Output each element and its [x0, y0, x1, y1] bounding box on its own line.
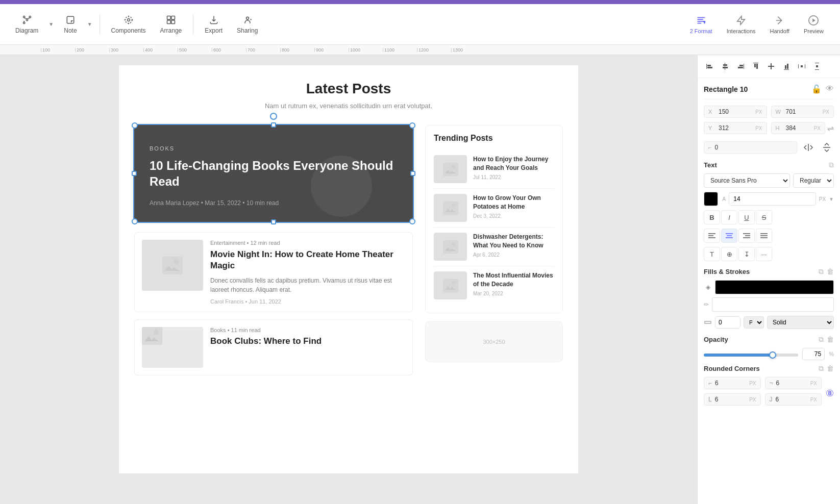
dim-w-input[interactable] — [786, 108, 820, 115]
stroke-edit-icon[interactable]: ✏ — [704, 301, 709, 308]
dim-h-input[interactable] — [786, 124, 811, 132]
fills-delete-icon[interactable]: 🗑 — [827, 267, 834, 276]
dim-link-icon[interactable]: ⇌ — [827, 123, 834, 133]
toolbar-sharing[interactable]: Sharing — [232, 12, 263, 37]
fills-copy-icon[interactable]: ⧉ — [819, 267, 824, 276]
dim-w: W PX — [771, 106, 834, 118]
handle-mr[interactable] — [410, 171, 415, 176]
svg-rect-48 — [785, 65, 786, 69]
distribute-h[interactable] — [795, 59, 809, 73]
dim-x-input[interactable] — [719, 108, 752, 115]
fill-color-swatch[interactable] — [715, 280, 834, 294]
flip-h-btn[interactable] — [801, 140, 816, 155]
opacity-slider[interactable] — [704, 354, 798, 357]
font-color-swatch[interactable] — [704, 192, 718, 206]
align-vert-middle[interactable]: ⊕ — [721, 247, 737, 261]
toolbar-note-dropdown[interactable]: ▼ — [86, 18, 93, 30]
stroke-align-icon — [704, 318, 712, 326]
corners-delete-icon[interactable]: 🗑 — [827, 364, 834, 373]
ruler-1200: 1200 — [417, 48, 451, 52]
align-bottom-edge[interactable] — [779, 59, 794, 73]
svg-point-22 — [174, 259, 179, 264]
corner-br-input[interactable] — [776, 396, 807, 403]
corner-br-unit: PX — [810, 397, 817, 402]
align-text-center[interactable] — [721, 229, 737, 243]
underline-button[interactable]: U — [738, 210, 755, 224]
toolbar-diagram[interactable]: Diagram — [10, 12, 43, 37]
corner-tr: ¬ PX — [765, 377, 822, 389]
toolbar-arrange[interactable]: Arrange — [155, 12, 187, 37]
blog-mockup: Latest Posts Nam ut rutrum ex, venenatis… — [119, 65, 578, 473]
handle-tm[interactable] — [271, 122, 276, 128]
handle-ml[interactable] — [132, 171, 137, 176]
opacity-delete-icon[interactable]: 🗑 — [827, 335, 834, 344]
text-more-options[interactable]: ··· — [756, 247, 772, 261]
blog-layout: BOOKS 10 Life-Changing Books Everyone Sh… — [134, 125, 563, 375]
svg-point-8 — [127, 18, 130, 21]
handle-tl[interactable] — [132, 122, 138, 129]
stroke-size-input[interactable] — [715, 316, 740, 329]
corner-link-icon[interactable]: ⑧ — [826, 388, 834, 399]
align-left-edge[interactable] — [703, 59, 717, 73]
featured-category: BOOKS — [150, 145, 398, 152]
featured-bg-circle — [311, 156, 372, 217]
align-center-h[interactable] — [718, 59, 732, 73]
corner-tr-input[interactable] — [776, 380, 807, 387]
dim-y-input[interactable] — [719, 124, 752, 132]
font-family-select[interactable]: Source Sans Pro — [704, 173, 790, 188]
right-panel: Rectangle 10 🔓 👁 X PX W PX — [697, 55, 840, 504]
font-row: Source Sans Pro Regular Bold Italic — [704, 173, 834, 188]
svg-rect-55 — [816, 65, 818, 67]
rotation-input[interactable] — [714, 144, 789, 151]
handle-br[interactable] — [409, 218, 415, 224]
featured-card[interactable]: BOOKS 10 Life-Changing Books Everyone Sh… — [134, 125, 413, 222]
handle-tr[interactable] — [409, 122, 415, 129]
stroke-color-swatch[interactable] — [712, 297, 834, 312]
align-top-edge[interactable] — [749, 59, 763, 73]
trending-title: Trending Posts — [434, 134, 554, 143]
opacity-value-input[interactable] — [802, 348, 825, 360]
canvas-content: Latest Posts Nam ut rutrum ex, venenatis… — [0, 55, 697, 504]
lock-icon[interactable]: 🔓 — [811, 84, 822, 94]
corners-copy-icon[interactable]: ⧉ — [819, 364, 824, 373]
handle-bm[interactable] — [271, 219, 276, 224]
opacity-copy-icon[interactable]: ⧉ — [819, 335, 824, 344]
stroke-unit-select[interactable]: PT PX — [744, 316, 764, 329]
italic-button[interactable]: I — [721, 210, 737, 224]
align-text-justify[interactable] — [756, 229, 772, 243]
svg-rect-13 — [171, 20, 175, 23]
tab-format[interactable]: 2 Format — [684, 12, 719, 37]
visibility-icon[interactable]: 👁 — [826, 84, 834, 94]
svg-rect-39 — [744, 64, 744, 69]
corner-tl-input[interactable] — [715, 380, 746, 387]
handle-bl[interactable] — [132, 218, 138, 224]
trending-thumb-0 — [434, 155, 467, 183]
corner-bl-input[interactable] — [715, 396, 746, 403]
align-text-left[interactable] — [704, 229, 720, 243]
font-size-input[interactable] — [729, 192, 816, 206]
stroke-type-select[interactable]: Solid Dashed Dotted — [767, 316, 834, 329]
align-add[interactable] — [764, 59, 778, 73]
strikethrough-button[interactable]: S — [756, 210, 772, 224]
tab-handoff[interactable]: Handoff — [764, 12, 796, 37]
align-text-right[interactable] — [738, 229, 755, 243]
text-copy-icon[interactable]: ⧉ — [829, 161, 834, 169]
rotate-handle[interactable] — [270, 113, 277, 120]
tab-preview[interactable]: Preview — [798, 12, 830, 37]
toolbar-components[interactable]: Components — [106, 12, 151, 37]
toolbar-export[interactable]: Export — [200, 12, 228, 37]
flip-v-btn[interactable] — [820, 140, 834, 155]
tab-interactions[interactable]: Interactions — [721, 12, 762, 37]
font-style-select[interactable]: Regular Bold Italic — [793, 173, 834, 188]
dim-w-label: W — [776, 109, 783, 115]
align-vert-top[interactable]: T — [704, 247, 720, 261]
align-right-edge[interactable] — [733, 59, 748, 73]
canvas[interactable]: Latest Posts Nam ut rutrum ex, venenatis… — [0, 55, 697, 504]
toolbar-diagram-dropdown[interactable]: ▼ — [47, 18, 55, 30]
toolbar-note[interactable]: Note — [59, 12, 82, 37]
align-vert-bottom[interactable]: ↧ — [738, 247, 755, 261]
distribute-v[interactable] — [810, 59, 824, 73]
font-size-arrow[interactable]: ▼ — [829, 196, 834, 202]
fills-section-header: Fills & Strokes ⧉ 🗑 — [704, 267, 834, 276]
bold-button[interactable]: B — [704, 210, 720, 224]
